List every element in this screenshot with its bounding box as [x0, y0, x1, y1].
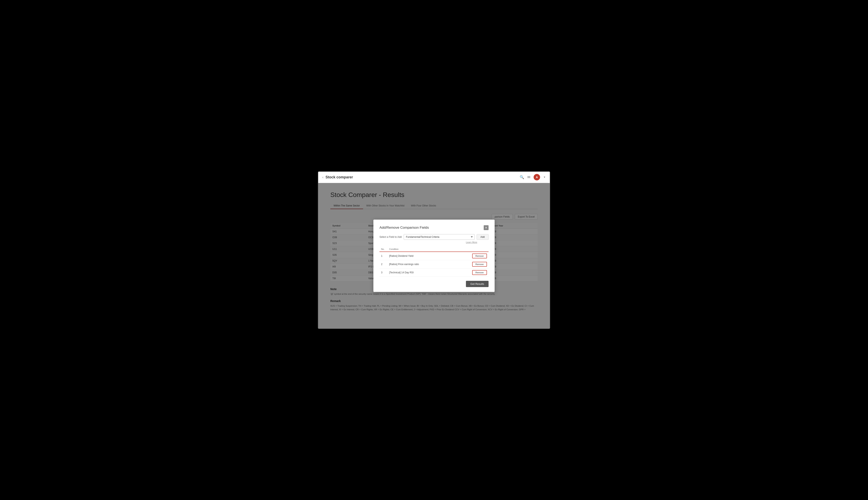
- condition-no: 1: [379, 252, 388, 260]
- field-dropdown[interactable]: Fundamental/Technical CriteriaFinancial …: [404, 234, 475, 240]
- condition-row: 3 [Technical] 14 Day RSI Remove: [379, 268, 489, 276]
- back-button[interactable]: ‹: [322, 175, 323, 179]
- remove-condition-button[interactable]: Remove: [472, 262, 487, 267]
- condition-row: 1 [Ratios] Dividend Yield Remove: [379, 252, 489, 260]
- condition-text: [Ratios] Price earnings ratio: [388, 260, 471, 268]
- remove-condition-button[interactable]: Remove: [472, 253, 487, 258]
- header-right: 🔍 ✉ A ▼: [520, 174, 546, 180]
- add-remove-modal: Add/Remove Comparison Fields ✕ Select a …: [373, 219, 495, 292]
- condition-no: 2: [379, 260, 388, 268]
- field-select-row: Select a Field to Add Fundamental/Techni…: [379, 234, 489, 240]
- remove-condition-button[interactable]: Remove: [472, 270, 487, 275]
- col-action: [471, 247, 489, 252]
- add-field-button[interactable]: Add: [477, 234, 489, 240]
- condition-no: 3: [379, 268, 388, 276]
- modal-close-button[interactable]: ✕: [484, 225, 489, 230]
- modal-title: Add/Remove Comparison Fields: [379, 226, 429, 230]
- conditions-table: No. Condition 1 [Ratios] Dividend Yield …: [379, 247, 489, 277]
- modal-header: Add/Remove Comparison Fields ✕: [379, 225, 489, 230]
- avatar-chevron[interactable]: ▼: [543, 176, 546, 179]
- condition-remove-cell: Remove: [471, 252, 489, 260]
- condition-remove-cell: Remove: [471, 268, 489, 276]
- col-no: No.: [379, 247, 388, 252]
- condition-remove-cell: Remove: [471, 260, 489, 268]
- avatar[interactable]: A: [534, 174, 540, 180]
- page-header-title: Stock comparer: [326, 175, 353, 179]
- col-condition: Condition: [388, 247, 471, 252]
- select-field-label: Select a Field to Add: [379, 236, 402, 238]
- browser-header: ‹ Stock comparer 🔍 ✉ A ▼: [318, 172, 550, 183]
- get-results-button[interactable]: Get Results: [466, 281, 489, 287]
- learn-more-link[interactable]: Learn More: [379, 241, 489, 243]
- condition-text: [Technical] 14 Day RSI: [388, 268, 471, 276]
- search-icon[interactable]: 🔍: [520, 175, 524, 179]
- condition-row: 2 [Ratios] Price earnings ratio Remove: [379, 260, 489, 268]
- header-left: ‹ Stock comparer: [322, 175, 353, 179]
- main-content: Stock Comparer - Results Within The Same…: [318, 183, 550, 329]
- condition-text: [Ratios] Dividend Yield: [388, 252, 471, 260]
- mail-icon[interactable]: ✉: [527, 175, 530, 179]
